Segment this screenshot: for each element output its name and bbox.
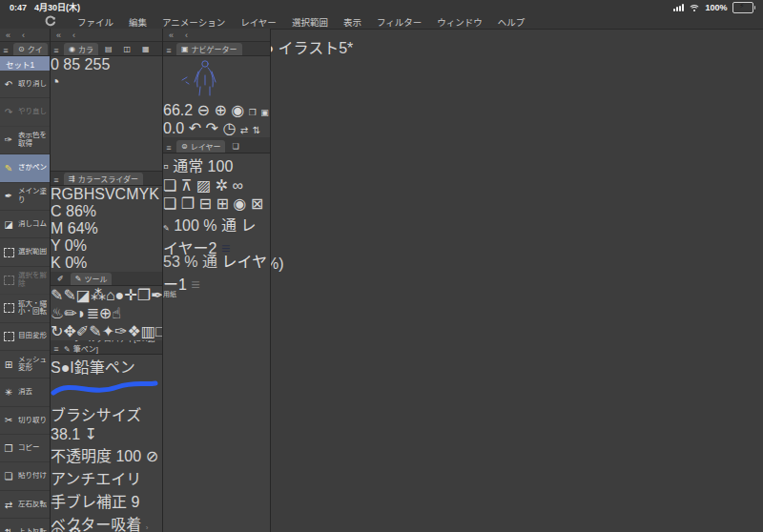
menu-item[interactable]: 表示	[336, 15, 369, 29]
merge-layer-icon[interactable]: ⊞	[216, 195, 228, 212]
layer-opacity-value[interactable]: 100	[208, 158, 234, 174]
tool-cell[interactable]: ✎	[51, 287, 63, 303]
rotate-right-icon[interactable]: ↷	[206, 120, 218, 136]
brush-size-row[interactable]: ブラシサイズ 38.1 ↧	[51, 402, 162, 443]
tool-cell[interactable]: ✒	[151, 287, 163, 303]
tool-cell[interactable]: ✑	[114, 323, 127, 339]
zoom-in-icon[interactable]: ⊕	[214, 102, 226, 118]
quick-access-item[interactable]: 自由変形	[0, 323, 50, 351]
tool-cell[interactable]: ❐	[137, 287, 151, 303]
color-slider-menu-icon[interactable]: ≡	[51, 175, 62, 185]
menu-item[interactable]: レイヤー	[233, 15, 284, 29]
actual-size-icon[interactable]: ❐	[249, 108, 257, 117]
opacity-mode-icon[interactable]: ⊘	[146, 448, 158, 464]
tab-layer-property[interactable]: ❏	[227, 140, 243, 153]
tool-cell[interactable]: ◗	[77, 305, 87, 321]
delete-layer-icon[interactable]: ⊠	[251, 195, 263, 212]
tool-cell[interactable]: ◪	[76, 287, 91, 303]
layer-drag-handle-2[interactable]: ≡	[191, 276, 199, 293]
tab-color-history[interactable]: ▦	[137, 43, 155, 55]
blend-mode-select[interactable]: 通常	[173, 158, 207, 174]
color-panel-menu-icon[interactable]: ≡	[51, 46, 62, 55]
menu-item[interactable]: フィルター	[369, 15, 429, 29]
lock-transparent-icon[interactable]: ▨	[196, 177, 211, 194]
reset-settings-icon[interactable]: ◷	[51, 524, 64, 532]
tool-cell[interactable]: ✛	[124, 287, 136, 303]
menu-item[interactable]: ウィンドウ	[429, 15, 490, 29]
tool-cell[interactable]: ❖	[127, 323, 140, 339]
tool-cell[interactable]: ●	[115, 287, 125, 303]
quick-access-item[interactable]: 拡大・縮小・回転	[0, 295, 50, 322]
menu-item[interactable]: ファイル	[70, 15, 121, 29]
tool-cell[interactable]: ✥	[63, 323, 75, 339]
new-layer-icon[interactable]: ❏	[163, 195, 176, 212]
document-tab[interactable]: ● イラスト5*	[264, 35, 353, 58]
hue-ring[interactable]	[59, 59, 155, 154]
quick-access-item[interactable]: ↷ やり直し	[0, 98, 50, 126]
layer-row-selected[interactable]: ✎ 100 % 通 レイヤー2 ≡	[163, 213, 270, 249]
tool-cell[interactable]: ▥	[141, 323, 155, 339]
tool-cell[interactable]: ✦	[102, 323, 114, 339]
menu-item[interactable]: ヘルプ	[490, 15, 533, 29]
layer-combine-select[interactable]: ▫	[163, 158, 169, 174]
rotate-left-icon[interactable]: ↶	[189, 120, 201, 136]
layer-row[interactable]: 53 % 通 レイヤー1 ≡	[163, 249, 270, 283]
tab-color-wheel[interactable]: ◉ カラ	[64, 43, 98, 55]
quick-access-set-select[interactable]: セット1	[0, 56, 50, 71]
quick-access-item[interactable]: ⇅ 上下反転	[0, 519, 50, 532]
tool-cell[interactable]: ♨	[51, 305, 64, 321]
stabilization-row[interactable]: 手ブレ補正 9	[51, 489, 162, 512]
quick-access-item[interactable]: ✑ 表示色を取得	[0, 127, 50, 154]
quick-access-item[interactable]: ✳ 消去	[0, 379, 50, 406]
slider-mode-tab[interactable]: RGB	[51, 186, 84, 202]
reset-rotation-icon[interactable]: ◷	[222, 120, 236, 136]
clip-studio-logo-icon[interactable]	[44, 15, 56, 28]
new-folder-icon[interactable]: ❐	[181, 195, 195, 212]
flip-horizontal-icon[interactable]: ⇄	[240, 125, 248, 135]
tab-color-set[interactable]: ▤	[100, 43, 117, 55]
slider-mode-tab[interactable]: CMYK	[115, 186, 159, 202]
tool-cell[interactable]: ✐	[76, 323, 89, 339]
transfer-layer-icon[interactable]: ⊟	[199, 195, 212, 212]
collapse-dock-icon-2[interactable]: «	[56, 31, 61, 40]
link-icon[interactable]: ∞	[232, 177, 242, 194]
slider-mode-tab[interactable]: HSV	[84, 186, 115, 202]
quick-access-item[interactable]: ✎ ざかペン	[0, 154, 50, 182]
tool-cell[interactable]: ↻	[51, 323, 63, 339]
quick-access-item[interactable]: 選択範囲	[0, 238, 50, 266]
quick-access-item[interactable]: ✒ メイン塗り	[0, 183, 50, 211]
navigator-menu-icon[interactable]: ≡	[163, 46, 175, 55]
layer-menu-icon[interactable]: ≡	[163, 143, 175, 153]
tab-subtool[interactable]: ✐	[52, 273, 69, 285]
quick-access-item[interactable]: ❐ コピー	[0, 435, 50, 462]
tab-color-mix[interactable]: ◫	[119, 43, 136, 55]
tool-property-menu-icon[interactable]: ≡	[51, 344, 62, 354]
tool-cell[interactable]: ⊕	[99, 305, 112, 321]
zoom-out-icon[interactable]: ⊖	[197, 102, 210, 118]
flip-vertical-icon[interactable]: ⇅	[253, 125, 260, 135]
tab-navigator[interactable]: ▣ ナビゲーター	[176, 43, 242, 55]
color-mode-icon[interactable]: ◔	[51, 73, 60, 90]
reference-layer-icon[interactable]: ✲	[216, 177, 228, 194]
menu-item[interactable]: アニメーション	[155, 15, 233, 29]
clip-at-layer-icon[interactable]: ❏	[163, 177, 176, 194]
collapse-dock-icon[interactable]: «	[6, 31, 10, 40]
tab-layer[interactable]: ⊜ レイヤー	[176, 140, 225, 153]
opacity-row[interactable]: 不透明度 100 ⊘	[51, 443, 162, 466]
brush-preset-tab[interactable]: S●I鉛筆ペン	[51, 359, 135, 376]
tool-cell[interactable]: ⌂	[106, 287, 115, 303]
quick-access-item[interactable]: ✂ 切り取り	[0, 407, 50, 435]
ruler-icon[interactable]: ⊼	[181, 177, 193, 194]
quick-access-item[interactable]: ❏ 貼り付け	[0, 462, 50, 490]
tool-cell[interactable]: ✏	[64, 305, 76, 321]
quick-access-item[interactable]: ↶ 取り消し	[0, 71, 50, 98]
navigator-preview[interactable]	[163, 56, 270, 101]
tab-color-slider[interactable]: ⇶ カラースライダー	[64, 173, 143, 185]
layer-mask-icon[interactable]: ◉	[233, 195, 246, 212]
brush-size-pick-icon[interactable]: ↧	[85, 426, 97, 442]
tab-tool[interactable]: ✎ ツール	[71, 273, 113, 285]
collapse-panel-icon-2[interactable]: ‹	[72, 31, 75, 40]
collapse-panel-icon-3[interactable]: ‹	[185, 31, 188, 40]
tool-cell[interactable]: ✎	[63, 287, 75, 303]
tool-cell[interactable]: □	[155, 323, 163, 339]
